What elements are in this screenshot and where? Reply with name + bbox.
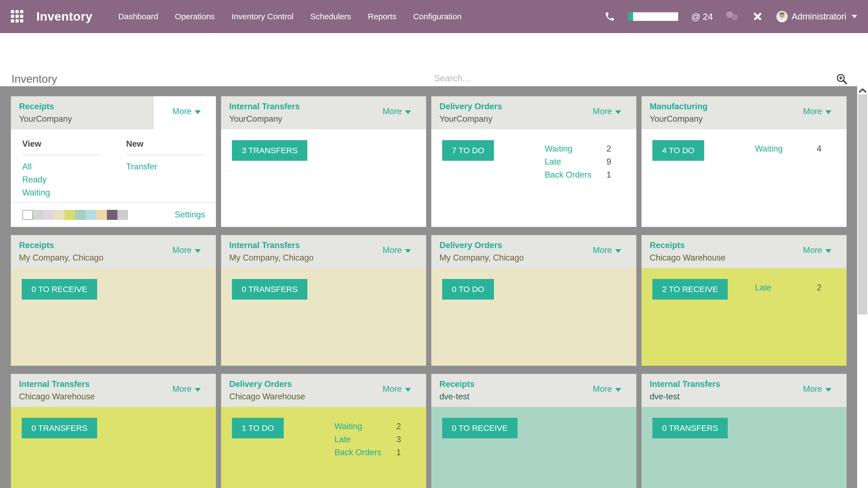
settings-link[interactable]: Settings — [175, 210, 205, 220]
color-swatch[interactable] — [107, 210, 118, 220]
card-primary-button[interactable]: 4 TO DO — [652, 140, 704, 161]
card-more-button[interactable]: More — [803, 106, 831, 116]
stat-value: 2 — [607, 142, 611, 155]
card-primary-button[interactable]: 7 TO DO — [442, 140, 494, 161]
card-more-button[interactable]: More — [382, 106, 411, 116]
card-title[interactable]: Receipts — [19, 102, 146, 111]
scroll-up-icon[interactable] — [858, 87, 867, 95]
scrollbar-thumb[interactable] — [858, 94, 867, 315]
card-more-button[interactable]: More — [803, 246, 831, 255]
kanban-card-internal-transfers-chicago: Internal Transfers My Company, Chicago M… — [221, 235, 426, 366]
top-navbar: Inventory Dashboard Operations Inventory… — [0, 0, 868, 33]
color-swatch[interactable] — [65, 210, 75, 220]
kanban-card-manufacturing-yourcompany: Manufacturing YourCompany More 4 TO DO W… — [642, 96, 846, 227]
stat-value: 1 — [607, 168, 611, 182]
kanban-card-internal-transfers-dve-test: Internal Transfers dve-test More 0 TRANS… — [642, 374, 846, 488]
chevron-down-icon — [826, 249, 831, 253]
menu-link-waiting[interactable]: Waiting — [22, 186, 101, 199]
card-more-button[interactable]: More — [172, 246, 201, 255]
menu-link-ready[interactable]: Ready — [22, 173, 101, 186]
app-title: Inventory — [36, 9, 93, 24]
stat-label[interactable]: Late — [755, 281, 817, 294]
chevron-down-icon — [615, 110, 621, 114]
color-swatch[interactable] — [54, 210, 65, 220]
menu-link-transfer[interactable]: Transfer — [126, 160, 205, 173]
chevron-down-icon — [405, 110, 411, 114]
main-nav: Dashboard Operations Inventory Control S… — [118, 12, 462, 21]
search-zoom-icon[interactable] — [836, 73, 848, 86]
stat-label[interactable]: Waiting — [755, 142, 817, 155]
stat-label[interactable]: Late — [545, 155, 607, 168]
menu-link-all[interactable]: All — [22, 160, 101, 173]
search-box — [434, 70, 848, 88]
kanban-card-delivery-orders-chicago-warehouse: Delivery Orders Chicago Warehouse More 1… — [221, 374, 426, 488]
color-swatch[interactable] — [118, 210, 128, 220]
phone-icon[interactable] — [604, 11, 615, 22]
nav-schedulers[interactable]: Schedulers — [310, 12, 351, 21]
chevron-down-icon — [195, 388, 201, 392]
card-primary-button[interactable]: 3 TRANSFERS — [232, 140, 307, 161]
card-subtitle: YourCompany — [19, 114, 146, 124]
chevron-down-icon — [852, 15, 857, 18]
kanban-card-delivery-orders-yourcompany: Delivery Orders YourCompany More 7 TO DO… — [431, 96, 637, 227]
chat-icon[interactable] — [726, 11, 739, 22]
wrench-icon[interactable] — [752, 11, 763, 22]
nav-reports[interactable]: Reports — [368, 12, 396, 21]
card-stats: Waiting2 Late9 Back Orders1 — [545, 142, 611, 182]
scrollbar[interactable] — [857, 86, 868, 488]
control-panel: Inventory 1-20 / 20 — [0, 33, 868, 86]
color-swatch[interactable] — [33, 210, 43, 220]
stat-label[interactable]: Back Orders — [545, 168, 607, 182]
chevron-down-icon — [826, 388, 831, 392]
color-swatch[interactable] — [86, 210, 96, 220]
card-stats: Waiting2 Late3 Back Orders1 — [335, 420, 401, 459]
card-primary-button[interactable]: 0 TRANSFERS — [22, 418, 97, 438]
card-more-button[interactable]: More — [593, 106, 621, 116]
nav-dashboard[interactable]: Dashboard — [118, 12, 158, 21]
stat-label[interactable]: Late — [335, 433, 396, 446]
user-name: Administratori — [792, 11, 846, 22]
search-input[interactable] — [434, 70, 830, 86]
card-primary-button[interactable]: 2 TO RECEIVE — [652, 279, 728, 300]
card-primary-button[interactable]: 0 TO RECEIVE — [22, 279, 97, 300]
card-more-button[interactable]: More — [172, 384, 201, 394]
card-stats: Late2 — [755, 281, 822, 294]
chevron-down-icon — [405, 249, 411, 253]
breadcrumb[interactable]: Inventory — [11, 73, 57, 86]
card-primary-button[interactable]: 0 TO RECEIVE — [442, 418, 518, 438]
chevron-down-icon — [195, 110, 201, 114]
avatar — [776, 11, 788, 22]
card-primary-button[interactable]: 0 TO DO — [442, 279, 494, 300]
card-more-button[interactable]: More — [382, 246, 411, 255]
stat-value: 9 — [607, 155, 611, 168]
stat-label[interactable]: Back Orders — [335, 446, 396, 459]
nav-operations[interactable]: Operations — [175, 12, 215, 21]
card-more-button[interactable]: More — [382, 384, 411, 394]
color-swatch[interactable] — [96, 210, 107, 220]
color-swatch[interactable] — [22, 210, 33, 220]
card-more-button[interactable]: More — [593, 246, 621, 255]
color-swatch[interactable] — [43, 210, 54, 220]
card-more-menu: View All Ready Waiting New Transfer — [11, 129, 216, 202]
card-primary-button[interactable]: 0 TRANSFERS — [232, 279, 307, 300]
card-more-button[interactable]: More — [803, 384, 831, 394]
mentions-counter[interactable]: @ 24 — [691, 11, 713, 22]
user-menu[interactable]: Administratori — [776, 11, 857, 22]
stat-label[interactable]: Waiting — [335, 420, 396, 433]
kanban-card-receipts-chicago: Receipts My Company, Chicago More 0 TO R… — [11, 235, 216, 366]
nav-configuration[interactable]: Configuration — [413, 12, 461, 21]
apps-menu-icon[interactable] — [11, 10, 24, 23]
chevron-down-icon — [405, 388, 411, 392]
kanban-card-internal-transfers-yourcompany: Internal Transfers YourCompany More 3 TR… — [221, 96, 426, 227]
stat-label[interactable]: Waiting — [545, 142, 607, 155]
card-stats: Waiting4 — [755, 142, 822, 155]
card-primary-button[interactable]: 0 TRANSFERS — [652, 418, 728, 438]
nav-inventory-control[interactable]: Inventory Control — [231, 12, 293, 21]
kanban-card-receipts-dve-test: Receipts dve-test More 0 TO RECEIVE — [431, 374, 637, 488]
card-primary-button[interactable]: 1 TO DO — [232, 418, 284, 438]
color-swatch[interactable] — [75, 210, 86, 220]
menu-view-header: View — [22, 139, 101, 149]
card-more-button[interactable]: More — [593, 384, 621, 394]
progress-bar[interactable] — [628, 12, 678, 21]
card-more-button[interactable]: More — [172, 106, 201, 116]
